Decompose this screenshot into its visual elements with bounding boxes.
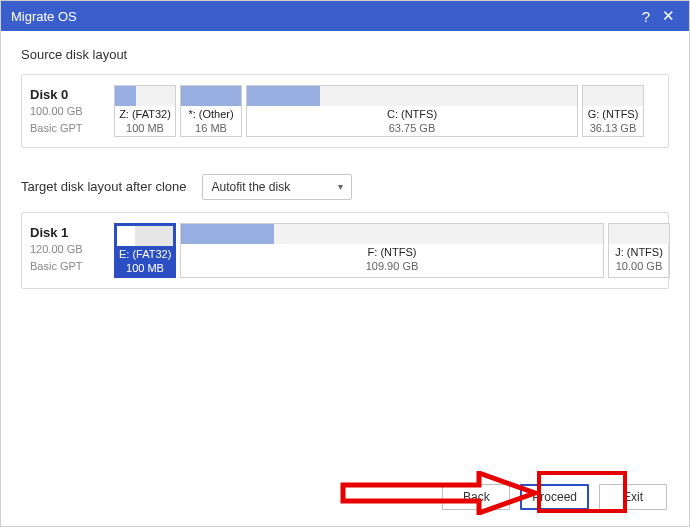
target-disk-scheme: Basic GPT [30, 259, 110, 274]
partition-label: E: (FAT32) [117, 246, 173, 262]
partition-usage-fill [247, 86, 320, 106]
close-icon[interactable]: ✕ [657, 7, 679, 25]
partition-usage-bar [117, 226, 173, 246]
source-partition[interactable]: Z: (FAT32)100 MB [114, 85, 176, 137]
fit-mode-dropdown[interactable]: Autofit the disk ▾ [202, 174, 352, 200]
source-disk-info: Disk 0 100.00 GB Basic GPT [30, 85, 110, 137]
source-disk-name: Disk 0 [30, 87, 110, 102]
chevron-down-icon: ▾ [338, 181, 343, 192]
target-disk-info: Disk 1 120.00 GB Basic GPT [30, 223, 110, 278]
target-disk-panel: Disk 1 120.00 GB Basic GPT E: (FAT32)100… [21, 212, 669, 289]
back-button[interactable]: Back [442, 484, 510, 510]
title-bar: Migrate OS ? ✕ [1, 1, 689, 31]
target-partition[interactable]: F: (NTFS)109.90 GB [180, 223, 604, 278]
partition-usage-bar [583, 86, 643, 106]
partition-label: G: (NTFS) [583, 106, 643, 122]
partition-size: 109.90 GB [181, 260, 603, 273]
source-partition[interactable]: G: (NTFS)36.13 GB [582, 85, 644, 137]
partition-size: 10.00 GB [609, 260, 669, 273]
partition-size: 100 MB [117, 262, 173, 275]
source-disk-panel: Disk 0 100.00 GB Basic GPT Z: (FAT32)100… [21, 74, 669, 148]
source-partition[interactable]: *: (Other)16 MB [180, 85, 242, 137]
partition-usage-bar [181, 86, 241, 106]
source-disk-scheme: Basic GPT [30, 121, 110, 136]
partition-usage-bar [115, 86, 175, 106]
partition-usage-fill [115, 86, 136, 106]
content-area: Source disk layout Disk 0 100.00 GB Basi… [1, 31, 689, 321]
target-disk-capacity: 120.00 GB [30, 242, 110, 257]
footer: Back Proceed Exit [1, 468, 689, 526]
partition-size: 100 MB [115, 122, 175, 135]
source-disk-capacity: 100.00 GB [30, 104, 110, 119]
exit-button[interactable]: Exit [599, 484, 667, 510]
fit-mode-value: Autofit the disk [211, 180, 290, 194]
source-partition[interactable]: C: (NTFS)63.75 GB [246, 85, 578, 137]
target-heading: Target disk layout after clone [21, 179, 186, 194]
partition-usage-bar [247, 86, 577, 106]
help-icon[interactable]: ? [635, 8, 657, 25]
window-title: Migrate OS [11, 9, 635, 24]
partition-usage-fill [181, 224, 274, 244]
partition-label: J: (NTFS) [609, 244, 669, 260]
partition-label: C: (NTFS) [247, 106, 577, 122]
source-heading: Source disk layout [21, 47, 669, 62]
partition-usage-fill [181, 86, 241, 106]
target-partition[interactable]: E: (FAT32)100 MB [114, 223, 176, 278]
source-partitions-row: Z: (FAT32)100 MB*: (Other)16 MBC: (NTFS)… [114, 85, 660, 137]
partition-label: *: (Other) [181, 106, 241, 122]
partition-usage-bar [609, 224, 669, 244]
partition-usage-bar [181, 224, 603, 244]
partition-size: 63.75 GB [247, 122, 577, 135]
partition-size: 16 MB [181, 122, 241, 135]
partition-usage-fill [117, 226, 135, 246]
partition-size: 36.13 GB [583, 122, 643, 135]
partition-label: Z: (FAT32) [115, 106, 175, 122]
target-disk-name: Disk 1 [30, 225, 110, 240]
partition-label: F: (NTFS) [181, 244, 603, 260]
target-partition[interactable]: J: (NTFS)10.00 GB [608, 223, 670, 278]
proceed-button[interactable]: Proceed [520, 484, 589, 510]
target-partitions-row: E: (FAT32)100 MBF: (NTFS)109.90 GBJ: (NT… [114, 223, 670, 278]
target-header-row: Target disk layout after clone Autofit t… [21, 174, 669, 200]
